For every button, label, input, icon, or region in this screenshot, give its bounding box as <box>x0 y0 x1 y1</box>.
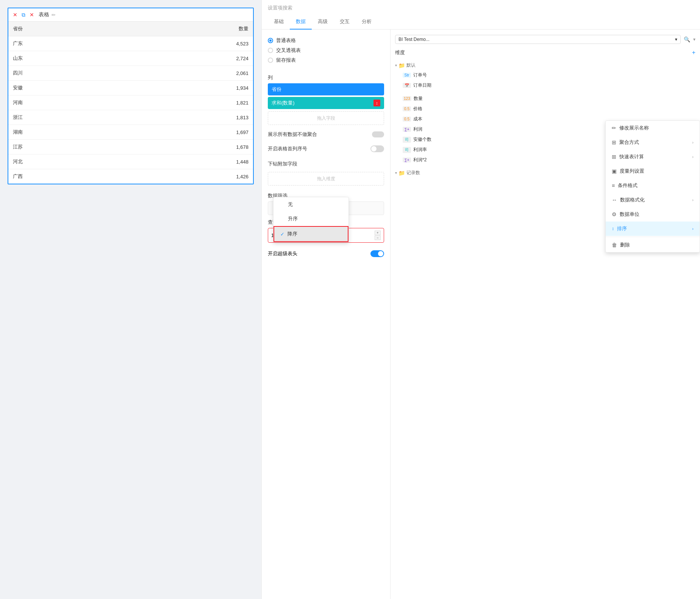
tab-basic[interactable]: 基础 <box>268 14 290 30</box>
measure-type-si-rate: 司 <box>403 147 411 153</box>
widget-title: 表格 <box>39 11 49 18</box>
dim-folder-default: ▾ 📁 默认 Str 订单号 📅 订单日期 <box>391 59 700 92</box>
measure-type-si-anhui: 司 <box>403 137 411 143</box>
ctx-conditional[interactable]: ≡ 条件格式 <box>606 178 700 193</box>
dim-item-order-id[interactable]: Str 订单号 <box>395 70 695 80</box>
tab-data[interactable]: 数据 <box>290 14 312 30</box>
sort-none-label: 无 <box>288 201 293 208</box>
ctx-rename[interactable]: ✏ 修改展示名称 <box>606 121 700 135</box>
sort-asc-label: 升序 <box>288 215 298 222</box>
left-panel: ✕ ⧉ ✕ 表格 ✏ 省份 数量 广东4,523山东2,724四川2,061安徽… <box>0 0 261 599</box>
ctx-measure-col-label: 度量列设置 <box>620 168 644 175</box>
setting-row-num: 开启表格首列序号 <box>262 142 390 156</box>
cell-quantity: 2,061 <box>123 66 253 81</box>
dim-label: 维度 <box>395 49 405 56</box>
ctx-format-label: 数据格式化 <box>620 197 645 203</box>
tab-analysis[interactable]: 分析 <box>356 14 378 30</box>
delete-icon[interactable]: ✕ <box>29 12 35 18</box>
drop-zone-field[interactable]: 拖入字段 <box>268 111 384 125</box>
dim-type-date: 📅 <box>403 83 411 88</box>
field-tag-province[interactable]: 省份 <box>268 83 384 95</box>
dim-item-order-date[interactable]: 📅 订单日期 <box>395 80 695 90</box>
sort-asc[interactable]: 升序 <box>273 212 348 226</box>
field-remove-icon[interactable]: ↕ <box>373 100 380 106</box>
stepper-down[interactable]: − <box>375 236 381 240</box>
cell-province: 江苏 <box>8 140 123 154</box>
dim-header: 维度 + <box>391 46 700 59</box>
toggle-row-num[interactable] <box>370 145 384 152</box>
measure-type-calc2: ∑+ <box>403 158 411 162</box>
copy-icon[interactable]: ⧉ <box>20 12 27 18</box>
sort-icon: ↕ <box>612 226 614 231</box>
table-row: 浙江1,813 <box>8 110 253 125</box>
radio-normal-table[interactable]: 普通表格 <box>268 37 384 44</box>
records-folder-name: 记录数 <box>406 170 420 176</box>
cell-quantity: 1,678 <box>123 140 253 154</box>
cell-quantity: 1,426 <box>123 169 253 184</box>
measure-type-calc: ∑+ <box>403 127 411 132</box>
sort-submenu-overlay: 无 升序 ✓ 降序 <box>273 197 349 242</box>
measure-item-quantity[interactable]: 123 数量 <box>395 94 695 104</box>
table-row: 安徽1,934 <box>8 81 253 95</box>
col-header-province: 省份 <box>8 22 123 36</box>
ctx-quick-calc[interactable]: ⊞ 快速表计算 › <box>606 150 700 164</box>
radio-pivot-table[interactable]: 交叉透视表 <box>268 47 384 54</box>
toggle-super-header[interactable] <box>370 250 384 257</box>
folder-expand-icon: ▾ <box>395 63 397 67</box>
dim-folder-header[interactable]: ▾ 📁 默认 <box>395 61 695 70</box>
column-fields: 省份 求和(数量) ↕ <box>262 83 390 109</box>
cell-province: 山东 <box>8 51 123 66</box>
ds-select[interactable]: BI Test Demo... ▾ <box>395 35 681 44</box>
radio-retention-table[interactable]: 留存报表 <box>268 57 384 64</box>
cell-province: 安徽 <box>8 81 123 95</box>
measure-label-quantity: 数量 <box>414 95 423 102</box>
ctx-sort[interactable]: ↕ 排序 › <box>606 222 700 236</box>
measure-label-anhui: 安徽个数 <box>413 136 431 143</box>
ds-select-label: BI Test Demo... <box>398 37 430 42</box>
table-widget: ✕ ⧉ ✕ 表格 ✏ 省份 数量 广东4,523山东2,724四川2,061安徽… <box>8 8 254 184</box>
drop-zone-dim[interactable]: 拖入维度 <box>268 172 384 186</box>
measure-type-05-price: 0.5 <box>403 106 411 111</box>
table-row: 山东2,724 <box>8 51 253 66</box>
measure-item-price[interactable]: 0.5 价格 <box>395 104 695 114</box>
ctx-unit[interactable]: ⚙ 数据单位 <box>606 207 700 222</box>
sort-desc[interactable]: ✓ 降序 <box>273 226 348 242</box>
ctx-sort-label: 排序 <box>617 225 627 232</box>
ctx-measure-col[interactable]: ▣ 度量列设置 <box>606 164 700 178</box>
collapse-icon[interactable]: ▾ <box>693 37 695 42</box>
columns-label: 列 <box>262 70 390 83</box>
stepper-up[interactable]: + <box>375 231 381 235</box>
ctx-format[interactable]: ↔ 数据格式化 › <box>606 193 700 207</box>
ctx-unit-left: ⚙ 数据单位 <box>612 211 639 218</box>
tab-advanced[interactable]: 高级 <box>312 14 334 30</box>
tab-interact[interactable]: 交互 <box>334 14 356 30</box>
measure-label-profit: 利润 <box>413 126 422 133</box>
rename-icon: ✏ <box>612 125 616 131</box>
measure-label-price: 价格 <box>413 106 422 112</box>
ctx-delete[interactable]: 🗑 删除 <box>606 238 700 252</box>
search-icon[interactable]: 🔍 <box>684 36 690 42</box>
unit-icon: ⚙ <box>612 211 617 217</box>
ctx-aggregate-left: ⊞ 聚合方式 <box>612 139 639 146</box>
measure-label-profit-rate: 利润率 <box>413 147 427 153</box>
super-header-row: 开启超级表头 <box>262 246 390 261</box>
field-tag-quantity[interactable]: 求和(数量) ↕ <box>268 97 384 109</box>
ctx-aggregate[interactable]: ⊞ 聚合方式 › <box>606 135 700 150</box>
ctx-quick-calc-label: 快速表计算 <box>619 153 644 160</box>
close-icon[interactable]: ✕ <box>12 12 18 18</box>
format-arrow: › <box>692 198 694 202</box>
cell-quantity: 4,523 <box>123 36 253 51</box>
aggregate-icon: ⊞ <box>612 139 616 145</box>
dim-add-icon[interactable]: + <box>692 49 695 56</box>
radio-circle-retention <box>268 58 273 63</box>
ctx-conditional-left: ≡ 条件格式 <box>612 182 638 189</box>
col-header-quantity: 数量 <box>123 22 253 36</box>
sort-icon-text: ↕ <box>376 101 378 105</box>
ctx-delete-label: 删除 <box>620 242 630 248</box>
edit-icon[interactable]: ✏ <box>52 12 56 18</box>
ctx-delete-left: 🗑 删除 <box>612 242 630 248</box>
right-panel: 设置项搜索 基础 数据 高级 交互 分析 普通表格 交叉透视表 留存报 <box>261 0 700 599</box>
radio-show-all[interactable] <box>372 131 384 137</box>
radio-label-retention: 留存报表 <box>276 57 296 64</box>
sort-none[interactable]: 无 <box>273 197 348 212</box>
